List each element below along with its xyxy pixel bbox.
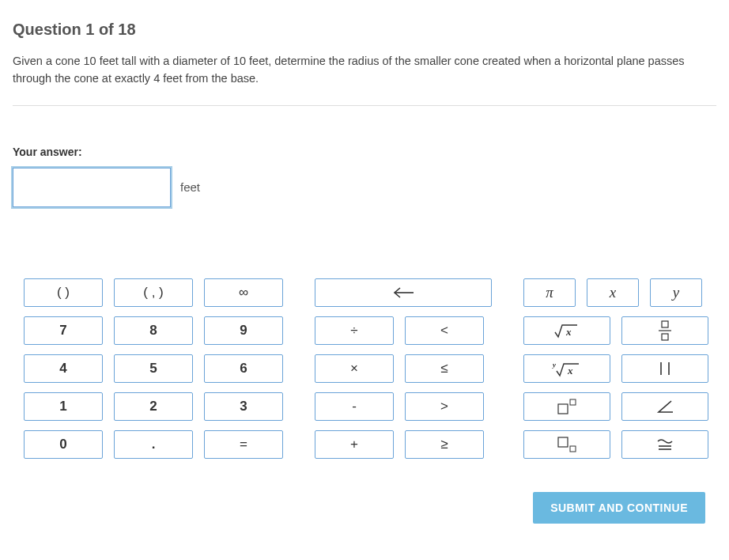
subscript-icon [555, 436, 579, 453]
question-text: Given a cone 10 feet tall with a diamete… [13, 53, 716, 88]
y-icon: y [673, 284, 679, 301]
angle-icon [655, 399, 674, 414]
key-5[interactable]: 5 [114, 354, 193, 383]
svg-text:x: x [567, 365, 573, 376]
key-backspace[interactable] [315, 278, 492, 307]
sqrt-icon: x [553, 323, 580, 339]
svg-text:y: y [552, 361, 557, 369]
key-dot[interactable]: . [114, 430, 193, 459]
key-gt[interactable]: > [405, 392, 484, 421]
svg-rect-2 [662, 321, 668, 327]
submit-button[interactable]: SUBMIT AND CONTINUE [533, 492, 705, 524]
key-multiply[interactable]: × [315, 354, 394, 383]
congruent-icon [656, 437, 674, 452]
key-divide[interactable]: ÷ [315, 316, 394, 345]
answer-input[interactable] [13, 168, 171, 207]
key-1[interactable]: 1 [24, 392, 103, 421]
key-x[interactable]: x [587, 278, 639, 307]
key-angle[interactable] [621, 392, 708, 421]
arrow-left-icon [392, 287, 414, 298]
key-9[interactable]: 9 [204, 316, 283, 345]
key-7[interactable]: 7 [24, 316, 103, 345]
key-3[interactable]: 3 [204, 392, 283, 421]
pi-icon: π [546, 284, 553, 301]
keypad-group-digits: ( ) ( , ) ∞ 7 8 9 4 5 6 1 2 3 0 . = [24, 278, 283, 459]
key-coord[interactable]: ( , ) [114, 278, 193, 307]
svg-rect-11 [558, 437, 568, 447]
question-title: Question 1 of 18 [13, 21, 716, 39]
key-y[interactable]: y [650, 278, 702, 307]
key-0[interactable]: 0 [24, 430, 103, 459]
divider [13, 105, 716, 106]
svg-rect-12 [570, 446, 576, 452]
footer: SUBMIT AND CONTINUE [13, 492, 716, 524]
key-sqrt[interactable]: x [523, 316, 610, 345]
answer-row: feet [13, 168, 716, 207]
key-parens[interactable]: ( ) [24, 278, 103, 307]
key-plus[interactable]: + [315, 430, 394, 459]
key-4[interactable]: 4 [24, 354, 103, 383]
svg-rect-9 [558, 404, 568, 414]
key-abs[interactable] [621, 354, 708, 383]
x-icon: x [610, 284, 616, 301]
key-2[interactable]: 2 [114, 392, 193, 421]
key-pi[interactable]: π [523, 278, 576, 307]
key-8[interactable]: 8 [114, 316, 193, 345]
fraction-icon [657, 320, 673, 341]
key-superscript[interactable] [523, 392, 610, 421]
key-congruent[interactable] [621, 430, 708, 459]
svg-rect-10 [570, 399, 576, 405]
keypad-group-math: π x y x yx [523, 278, 708, 459]
svg-rect-4 [662, 334, 668, 340]
svg-text:x: x [565, 326, 572, 338]
answer-label: Your answer: [13, 146, 716, 158]
key-le[interactable]: ≤ [405, 354, 484, 383]
key-minus[interactable]: - [315, 392, 394, 421]
key-ge[interactable]: ≥ [405, 430, 484, 459]
key-infinity[interactable]: ∞ [204, 278, 283, 307]
key-lt[interactable]: < [405, 316, 484, 345]
key-equals[interactable]: = [204, 430, 283, 459]
key-6[interactable]: 6 [204, 354, 283, 383]
key-fraction[interactable] [621, 316, 708, 345]
keypad: ( ) ( , ) ∞ 7 8 9 4 5 6 1 2 3 0 . = [13, 278, 716, 459]
nthroot-icon: yx [552, 360, 582, 377]
keypad-group-ops: ÷ < × ≤ - > + ≥ [315, 278, 492, 459]
key-nthroot[interactable]: yx [523, 354, 610, 383]
superscript-icon [555, 398, 579, 415]
answer-unit: feet [180, 180, 200, 194]
key-subscript[interactable] [523, 430, 610, 459]
abs-icon [657, 361, 673, 376]
